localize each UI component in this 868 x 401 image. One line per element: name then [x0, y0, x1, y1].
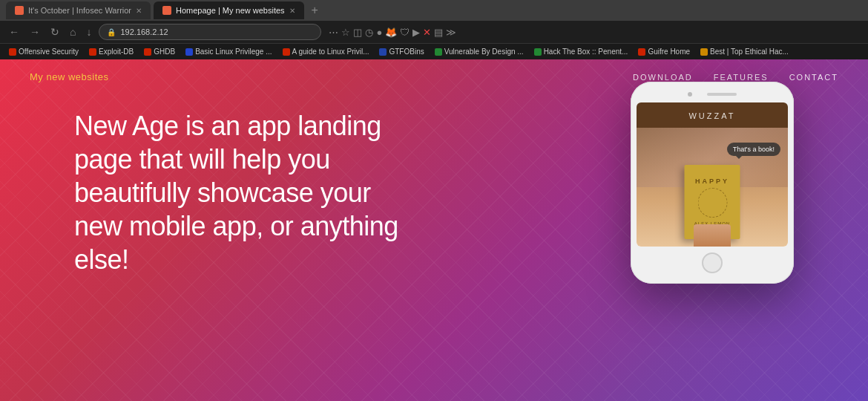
phone-outer: WUZZAT That's a book! HAPPY ALEX LEMON	[631, 82, 794, 284]
hero-heading: New Age is an app landing page that will…	[74, 109, 401, 276]
tab-2-favicon	[162, 6, 171, 15]
history-icon[interactable]: ◷	[365, 27, 373, 38]
bookmark-icon-9	[638, 48, 645, 56]
nav-extras: ⋯ ☆ ◫ ◷ ● 🦊 🛡 ▶ ✕ ▤ ≫	[329, 27, 456, 38]
hero-section: New Age is an app landing page that will…	[0, 94, 430, 276]
star-icon[interactable]: ☆	[341, 27, 350, 38]
bookmark-hackthebox[interactable]: Hack The Box :: Penent...	[530, 47, 633, 56]
phone-bottom	[637, 252, 788, 273]
bookmark-icon-2	[89, 48, 96, 56]
addon-icon-4[interactable]: ✕	[423, 27, 431, 38]
phone-notch	[637, 92, 788, 97]
reload-button[interactable]: ↻	[47, 25, 62, 39]
tooltip-bubble: That's a book!	[727, 143, 780, 156]
browser-chrome: It's October | Infosec Warrior ✕ Homepag…	[0, 0, 868, 59]
site-logo[interactable]: My new websites	[30, 71, 108, 82]
bookmark-gtfobins[interactable]: GTFOBins	[375, 47, 428, 56]
phone-screen: WUZZAT That's a book! HAPPY ALEX LEMON	[637, 102, 788, 247]
more-icon[interactable]: ≫	[446, 27, 456, 38]
bookmark-icon-8	[534, 48, 542, 56]
bookmark-ethical-hac[interactable]: Best | Top Ethical Hac...	[696, 47, 793, 56]
book-title: HAPPY	[695, 177, 729, 185]
back-button[interactable]: ←	[6, 25, 22, 39]
bookmark-label-3: GHDB	[154, 48, 175, 56]
tab-1-close[interactable]: ✕	[136, 7, 142, 15]
nav-bar: ← → ↻ ⌂ ↓ 🔒 192.168.2.12 ⋯ ☆ ◫ ◷ ● 🦊 🛡 ▶…	[0, 21, 868, 43]
site-nav-links: DOWNLOAD FEATURES CONTACT	[633, 73, 838, 82]
bookmark-label-6: GTFOBins	[389, 48, 424, 56]
home-button-circle[interactable]	[702, 252, 723, 273]
bookmarks-bar: Offensive Security Exploit-DB GHDB Basic…	[0, 43, 868, 59]
address-bar[interactable]: 🔒 192.168.2.12	[99, 24, 321, 40]
forward-button[interactable]: →	[27, 25, 43, 39]
bookmark-label-5: A guide to Linux Privil...	[292, 48, 369, 56]
new-tab-button[interactable]: +	[312, 4, 318, 17]
tab-1-label: It's October | Infosec Warrior	[28, 6, 131, 15]
bookmark-icon-6	[379, 48, 387, 56]
title-bar: It's October | Infosec Warrior ✕ Homepag…	[0, 0, 868, 21]
addon-icon-3[interactable]: ▶	[412, 27, 420, 38]
lock-icon: 🔒	[107, 28, 116, 36]
tab-1[interactable]: It's October | Infosec Warrior ✕	[6, 1, 151, 19]
bookmark-icon-5	[283, 48, 290, 56]
bookmark-label-7: Vulnerable By Design ...	[444, 48, 524, 56]
bookmark-exploit-db[interactable]: Exploit-DB	[85, 47, 138, 56]
bookmark-icon[interactable]: ◫	[353, 27, 362, 38]
bookmark-label-4: Basic Linux Privilege ...	[195, 48, 272, 56]
bookmark-icon-3	[144, 48, 151, 56]
bookmark-ghdb[interactable]: GHDB	[139, 47, 180, 56]
bookmark-icon-1	[9, 48, 16, 56]
bookmark-offensive-security[interactable]: Offensive Security	[4, 47, 83, 56]
book-circle	[697, 188, 727, 218]
home-button[interactable]: ⌂	[67, 25, 79, 39]
nav-download[interactable]: DOWNLOAD	[633, 73, 693, 82]
settings-icon[interactable]: ▤	[434, 27, 443, 38]
user-icon[interactable]: ●	[376, 27, 382, 38]
address-text: 192.168.2.12	[120, 27, 168, 36]
tab-2[interactable]: Homepage | My new websites ✕	[154, 1, 304, 19]
bookmark-label-10: Best | Top Ethical Hac...	[710, 48, 789, 56]
bookmark-linux-privil[interactable]: A guide to Linux Privil...	[278, 47, 374, 56]
app-image: That's a book! HAPPY ALEX LEMON	[637, 128, 788, 247]
hand-holding	[694, 224, 731, 247]
bookmark-vulnerable[interactable]: Vulnerable By Design ...	[430, 47, 528, 56]
bookmark-basic-linux[interactable]: Basic Linux Privilege ...	[181, 47, 276, 56]
bookmark-icon-7	[435, 48, 442, 56]
phone-speaker	[707, 93, 737, 96]
bookmark-label-1: Offensive Security	[19, 48, 79, 56]
bookmark-icon-4	[185, 48, 193, 56]
download-button[interactable]: ↓	[83, 25, 94, 39]
bookmark-guifre[interactable]: Guifre Home	[634, 47, 694, 56]
tab-2-label: Homepage | My new websites	[176, 6, 285, 15]
phone-mockup: WUZZAT That's a book! HAPPY ALEX LEMON	[631, 82, 794, 284]
addon-icon-2[interactable]: 🛡	[400, 27, 410, 38]
tab-2-close[interactable]: ✕	[289, 7, 295, 15]
addon-icon-1[interactable]: 🦊	[385, 27, 397, 38]
menu-icon[interactable]: ⋯	[329, 27, 338, 38]
website-content: My new websites DOWNLOAD FEATURES CONTAC…	[0, 59, 868, 401]
bookmark-icon-10	[700, 48, 708, 56]
tab-1-favicon	[15, 6, 24, 15]
tooltip-text: That's a book!	[733, 146, 775, 153]
bookmark-label-9: Guifre Home	[648, 48, 690, 56]
nav-contact[interactable]: CONTACT	[789, 73, 838, 82]
app-title: WUZZAT	[688, 111, 735, 120]
nav-features[interactable]: FEATURES	[714, 73, 769, 82]
bookmark-label-2: Exploit-DB	[99, 48, 134, 56]
app-header: WUZZAT	[637, 102, 788, 128]
bookmark-label-8: Hack The Box :: Penent...	[544, 48, 628, 56]
phone-camera	[688, 92, 692, 97]
